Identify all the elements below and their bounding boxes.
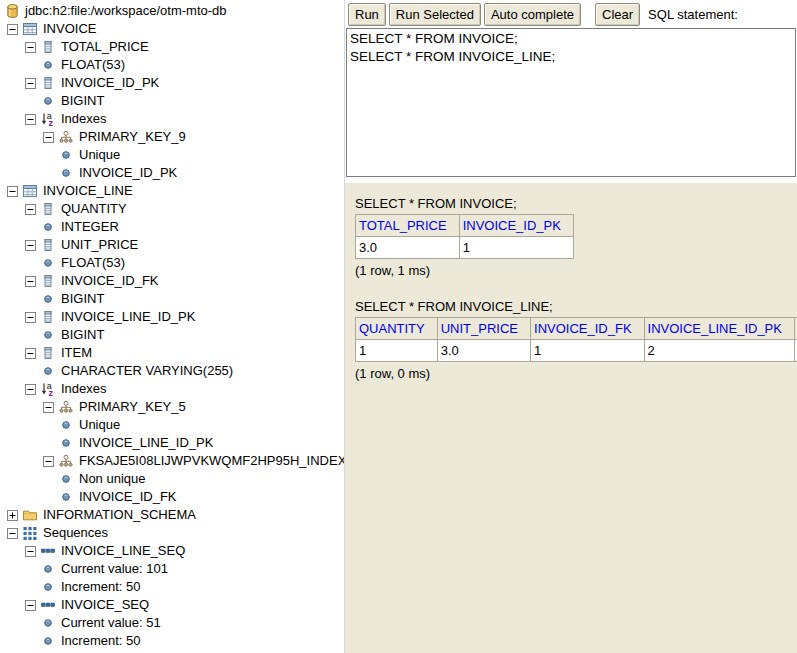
bullet-icon <box>57 416 75 434</box>
tree-row[interactable]: PRIMARY_KEY_9 <box>3 128 344 146</box>
tree-row[interactable]: PRIMARY_KEY_5 <box>3 398 344 416</box>
folder-icon <box>21 506 39 524</box>
tree-indent <box>3 56 21 74</box>
minus-expander-icon[interactable] <box>21 596 39 614</box>
auto-complete-button[interactable]: Auto complete <box>484 3 581 26</box>
result-row: 3.01 <box>356 237 574 259</box>
tree-row[interactable]: INVOICE_ID_FK <box>3 272 344 290</box>
tree-row[interactable]: jdbc:h2:file:/workspace/otm-mto-db <box>3 2 344 20</box>
tree-indent <box>3 488 21 506</box>
tree-row[interactable]: Unique <box>3 146 344 164</box>
bullet-icon <box>39 290 57 308</box>
minus-expander-icon[interactable] <box>3 524 21 542</box>
tree-indent <box>21 434 39 452</box>
tree-row[interactable]: CHARACTER VARYING(255) <box>3 362 344 380</box>
tree-row[interactable]: Sequences <box>3 524 344 542</box>
minus-expander-icon[interactable] <box>21 200 39 218</box>
tree-row[interactable]: Current value: 51 <box>3 614 344 632</box>
tree-row[interactable]: Increment: 50 <box>3 578 344 596</box>
tree-row[interactable]: UNIT_PRICE <box>3 236 344 254</box>
minus-expander-icon[interactable] <box>21 38 39 56</box>
tree-indent <box>3 74 21 92</box>
column-header[interactable]: QUANTITY <box>356 318 438 340</box>
tree-row[interactable]: BIGINT <box>3 326 344 344</box>
minus-expander-icon[interactable] <box>39 452 57 470</box>
tree-label: INVOICE_LINE_SEQ <box>57 542 185 560</box>
tree-indent <box>21 92 39 110</box>
tree-row[interactable]: BIGINT <box>3 92 344 110</box>
minus-expander-icon[interactable] <box>21 272 39 290</box>
bullet-icon <box>57 488 75 506</box>
svg-text:z: z <box>48 118 53 127</box>
tree-row[interactable]: Current value: 101 <box>3 560 344 578</box>
tree-label: INVOICE_SEQ <box>57 596 149 614</box>
minus-expander-icon[interactable] <box>39 128 57 146</box>
minus-expander-icon[interactable] <box>21 110 39 128</box>
clear-button[interactable]: Clear <box>595 3 640 26</box>
tree-row[interactable]: FKSAJE5I08LIJWPVKWQMF2HP95H_INDEX_5 <box>3 452 344 470</box>
svg-text:z: z <box>48 388 53 397</box>
result-cell: 3.0 <box>356 237 460 259</box>
result-table: QUANTITYUNIT_PRICEINVOICE_ID_FKINVOICE_L… <box>355 317 797 362</box>
tree-row[interactable]: Unique <box>3 416 344 434</box>
bullet-icon <box>39 56 57 74</box>
tree-row[interactable]: INVOICE_LINE_ID_PK <box>3 308 344 326</box>
run-button[interactable]: Run <box>348 3 386 26</box>
tree-indent <box>21 164 39 182</box>
tree-row[interactable]: ITEM <box>3 344 344 362</box>
tree-row[interactable]: INVOICE_LINE_SEQ <box>3 542 344 560</box>
tree-row[interactable]: INVOICE <box>3 20 344 38</box>
bullet-icon <box>39 92 57 110</box>
tree-row[interactable]: INVOICE_ID_PK <box>3 74 344 92</box>
tree-row[interactable]: INVOICE_LINE <box>3 182 344 200</box>
tree-row[interactable]: QUANTITY <box>3 200 344 218</box>
tree-row[interactable]: Non unique <box>3 470 344 488</box>
tree-label: BIGINT <box>57 326 104 344</box>
minus-expander-icon[interactable] <box>21 308 39 326</box>
column-header[interactable]: INVOICE_LINE_ID_PK <box>644 318 794 340</box>
tree-label: CHARACTER VARYING(255) <box>57 362 233 380</box>
tree-row[interactable]: INVOICE_LINE_ID_PK <box>3 434 344 452</box>
minus-expander-icon[interactable] <box>3 20 21 38</box>
column-header[interactable]: TOTAL_PRICE <box>356 215 460 237</box>
minus-expander-icon[interactable] <box>21 380 39 398</box>
column-header[interactable]: INVOICE_ID_FK <box>531 318 645 340</box>
tree-row[interactable]: azIndexes <box>3 110 344 128</box>
minus-expander-icon[interactable] <box>39 398 57 416</box>
minus-expander-icon[interactable] <box>3 182 21 200</box>
tree-row[interactable]: FLOAT(53) <box>3 56 344 74</box>
tree-row[interactable]: FLOAT(53) <box>3 254 344 272</box>
tree-indent <box>3 38 21 56</box>
tree-indent <box>3 416 21 434</box>
column-header[interactable]: INVOICE_ID_PK <box>459 215 573 237</box>
run-selected-button[interactable]: Run Selected <box>389 3 481 26</box>
tree-row[interactable]: TOTAL_PRICE <box>3 38 344 56</box>
tree-row[interactable]: INVOICE_SEQ <box>3 596 344 614</box>
tree-row[interactable]: INVOICE_ID_PK <box>3 164 344 182</box>
tree-row[interactable]: INVOICE_ID_FK <box>3 488 344 506</box>
minus-expander-icon[interactable] <box>21 236 39 254</box>
column-header[interactable]: UNIT_PRICE <box>437 318 530 340</box>
right-panels: Run Run Selected Auto complete Clear SQL… <box>345 0 797 653</box>
tree-label: PRIMARY_KEY_9 <box>75 128 186 146</box>
minus-expander-icon[interactable] <box>21 542 39 560</box>
tree-indent <box>21 362 39 380</box>
tree-indent <box>21 398 39 416</box>
tree-row[interactable]: INFORMATION_SCHEMA <box>3 506 344 524</box>
tree-label: Current value: 101 <box>57 560 168 578</box>
tree-label: INVOICE_LINE_ID_PK <box>57 308 195 326</box>
query-panel: Run Run Selected Auto complete Clear SQL… <box>345 0 797 183</box>
plus-expander-icon[interactable] <box>3 506 21 524</box>
result-block: SELECT * FROM INVOICE_LINE;QUANTITYUNIT_… <box>355 299 797 381</box>
tree-indent <box>21 632 39 650</box>
sql-editor[interactable]: SELECT * FROM INVOICE; SELECT * FROM INV… <box>346 28 796 177</box>
tree-row[interactable]: Increment: 50 <box>3 632 344 650</box>
tree-row[interactable]: INTEGER <box>3 218 344 236</box>
tree-row[interactable]: azIndexes <box>3 380 344 398</box>
tree-indent <box>3 452 21 470</box>
tree-row[interactable]: BIGINT <box>3 290 344 308</box>
tree-indent <box>3 362 21 380</box>
minus-expander-icon[interactable] <box>21 74 39 92</box>
minus-expander-icon[interactable] <box>21 344 39 362</box>
tree-label: Indexes <box>57 380 107 398</box>
